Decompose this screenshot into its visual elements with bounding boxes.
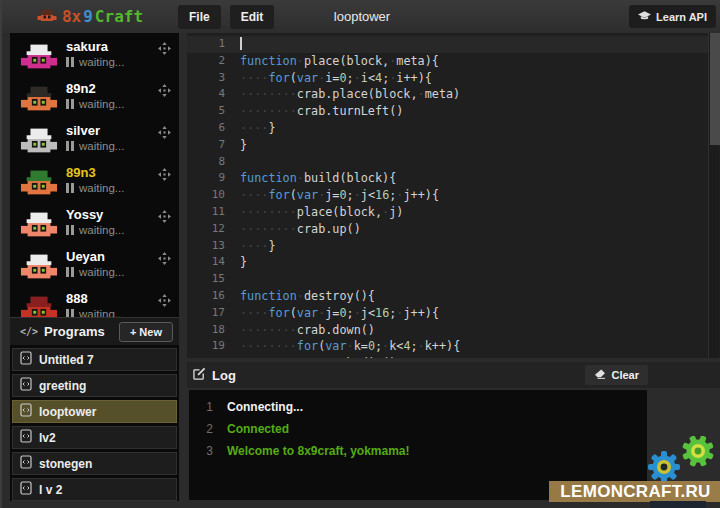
code-text: ············crab.dig() <box>240 355 396 358</box>
line-number: 1 <box>187 36 240 53</box>
program-item[interactable]: Untitled 7 <box>12 348 177 371</box>
player-row[interactable]: 89n3waiting... <box>10 159 179 201</box>
player-status: waiting... <box>79 182 124 194</box>
line-number: 5 <box>187 103 240 120</box>
clear-log-button[interactable]: Clear <box>585 365 648 385</box>
program-label: looptower <box>39 405 96 419</box>
line-number: 9 <box>187 170 240 187</box>
program-item[interactable]: l v 2 <box>12 478 177 501</box>
program-file-icon <box>20 429 32 447</box>
crab-avatar <box>20 41 58 71</box>
code-text: ····} <box>240 120 276 137</box>
log-entry-text: Connected <box>227 418 289 440</box>
log-entry-number: 2 <box>189 418 227 440</box>
code-line: 10····for(var·j=0;·j<16;·j++){ <box>187 187 720 204</box>
edit-menu-button[interactable]: Edit <box>230 5 275 29</box>
scrollbar-thumb[interactable] <box>710 33 720 145</box>
log-entry-text: Welcome to 8x9craft, yokmama! <box>227 440 410 462</box>
program-item[interactable]: stonegen <box>12 452 177 475</box>
player-name: silver <box>66 123 124 138</box>
top-bar: 8x9Craft File Edit looptower Learn API <box>2 0 720 33</box>
line-number: 2 <box>187 53 240 70</box>
code-line: 16function·destroy(){ <box>187 288 720 305</box>
code-text: } <box>240 254 247 271</box>
logo-text-9: 9 <box>83 7 93 26</box>
player-row[interactable]: sakurawaiting... <box>10 33 179 75</box>
program-item[interactable]: looptower <box>12 400 177 423</box>
line-number: 16 <box>187 288 240 305</box>
player-status: waiting... <box>79 98 124 110</box>
code-text: ····for(var·j=0;·j<16;·j++){ <box>240 187 439 204</box>
crab-avatar <box>20 83 58 113</box>
code-text: ····for(var·i=0;·i<4;·i++){ <box>240 70 432 87</box>
code-line: 15 <box>187 271 720 288</box>
move-arrows-icon[interactable] <box>158 167 171 180</box>
player-row[interactable]: 888waiting... <box>10 285 179 317</box>
line-number: 18 <box>187 322 240 339</box>
program-file-icon <box>20 351 32 369</box>
player-row[interactable]: silverwaiting... <box>10 117 179 159</box>
move-arrows-icon[interactable] <box>158 125 171 138</box>
line-number: 6 <box>187 120 240 137</box>
code-text: ········for(var·k=0;·k<4;·k++){ <box>240 338 460 355</box>
program-label: greeting <box>39 379 86 393</box>
programs-list: Untitled 7 greeting looptower lv2 stoneg… <box>10 345 179 501</box>
log-entry: 3Welcome to 8x9craft, yokmama! <box>189 440 647 462</box>
crab-avatar <box>20 125 58 155</box>
app-logo: 8x9Craft <box>2 7 178 26</box>
code-lines: 12function·place(block,·meta){3····for(v… <box>187 33 720 358</box>
code-line: 9function·build(block){ <box>187 170 720 187</box>
player-row[interactable]: 89n2waiting... <box>10 75 179 117</box>
code-line: 19········for(var·k=0;·k<4;·k++){ <box>187 338 720 355</box>
pause-icon <box>66 99 74 109</box>
code-line: 5········crab.turnLeft() <box>187 103 720 120</box>
code-line: 6····} <box>187 120 720 137</box>
line-number: 10 <box>187 187 240 204</box>
player-status: waiting... <box>79 308 124 317</box>
line-number: 13 <box>187 238 240 255</box>
code-brackets-icon: </> <box>20 326 38 337</box>
program-item[interactable]: lv2 <box>12 426 177 449</box>
move-arrows-icon[interactable] <box>158 41 171 54</box>
code-line: 18········crab.down() <box>187 322 720 339</box>
player-name: Yossy <box>66 207 124 222</box>
player-name: 888 <box>66 291 124 306</box>
code-line: 14} <box>187 254 720 271</box>
crab-avatar <box>20 167 58 197</box>
move-arrows-icon[interactable] <box>158 209 171 222</box>
code-line: 1 <box>187 36 720 53</box>
graduation-cap-icon <box>638 11 651 23</box>
move-arrows-icon[interactable] <box>158 83 171 96</box>
code-line: 20············crab.dig() <box>187 355 720 358</box>
file-menu-button[interactable]: File <box>178 5 221 29</box>
program-file-icon <box>20 403 32 421</box>
player-row[interactable]: Ueyanwaiting... <box>10 243 179 285</box>
watermark-banner: LEMONCRAFT.RU <box>549 481 720 502</box>
code-text: ····} <box>240 238 276 255</box>
code-text: ····for(var·j=0;·j<16;·j++){ <box>240 305 439 322</box>
editor-scrollbar[interactable] <box>708 33 719 358</box>
sidebar: sakurawaiting... 89n2waiting... silverwa… <box>10 33 179 501</box>
code-line: 12········crab.up() <box>187 221 720 238</box>
learn-api-button[interactable]: Learn API <box>629 5 716 28</box>
player-status: waiting... <box>79 266 124 278</box>
line-number: 20 <box>187 355 240 358</box>
code-text: ········crab.turnLeft() <box>240 103 403 120</box>
code-line: 4········crab.place(block,·meta) <box>187 86 720 103</box>
program-item[interactable]: greeting <box>12 374 177 397</box>
log-entry-text: Connecting... <box>227 396 303 418</box>
new-program-button[interactable]: + New <box>119 322 173 342</box>
code-editor[interactable]: 12function·place(block,·meta){3····for(v… <box>187 33 720 358</box>
pause-icon <box>66 267 74 277</box>
learn-api-label: Learn API <box>656 11 707 23</box>
move-arrows-icon[interactable] <box>158 293 171 306</box>
code-line: 7} <box>187 137 720 154</box>
logo-text-craft: Craft <box>95 7 143 26</box>
crab-avatar <box>20 251 58 281</box>
pause-icon <box>66 57 74 67</box>
move-arrows-icon[interactable] <box>158 251 171 264</box>
crab-logo-icon <box>37 7 57 26</box>
programs-title: Programs <box>44 324 119 339</box>
player-row[interactable]: Yossywaiting... <box>10 201 179 243</box>
code-line: 3····for(var·i=0;·i<4;·i++){ <box>187 70 720 87</box>
